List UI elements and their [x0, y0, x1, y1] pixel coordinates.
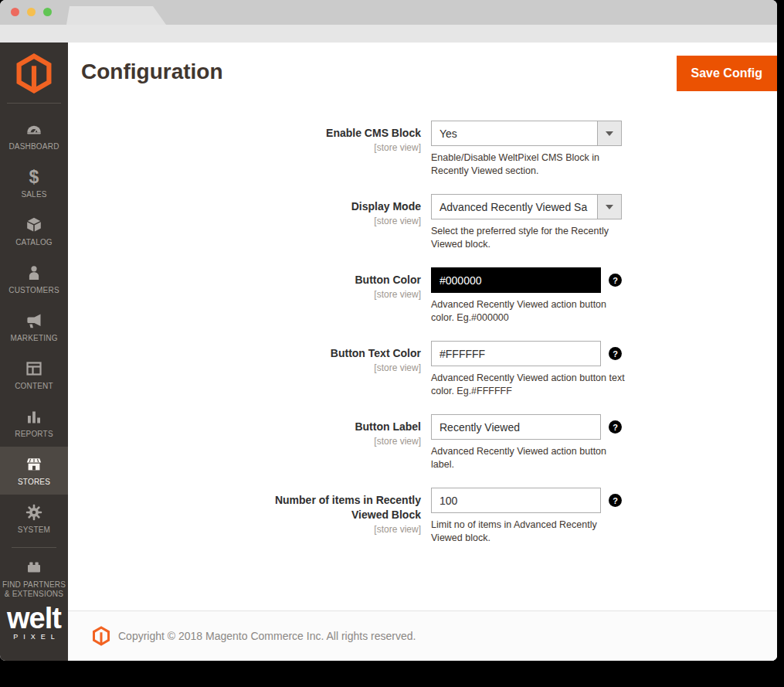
window-controls: [11, 8, 52, 16]
field-scope: [store view]: [68, 436, 421, 447]
browser-window: DASHBOARD $ SALES CATALOG: [0, 0, 777, 661]
magento-logo[interactable]: [0, 43, 68, 94]
field-label: Enable CMS Block: [326, 126, 421, 141]
sales-icon: $: [29, 168, 39, 186]
display-mode-select[interactable]: Advanced Recently Viewed Sa: [431, 194, 622, 219]
field-scope: [store view]: [68, 524, 421, 535]
field-note: Advanced Recently Viewed action button l…: [431, 445, 629, 471]
catalog-icon: [25, 216, 43, 234]
button-color-input[interactable]: [431, 267, 601, 293]
marketing-icon: [25, 311, 43, 330]
sidebar-item-reports[interactable]: REPORTS: [0, 399, 68, 447]
chevron-down-icon: [597, 121, 621, 145]
field-button-color: Button Color [store view] ? Advanced Rec…: [68, 267, 777, 324]
system-icon: [25, 503, 43, 522]
sidebar-item-marketing[interactable]: MARKETING: [0, 303, 68, 351]
copyright-text: Copyright © 2018 Magento Commerce Inc. A…: [118, 630, 416, 642]
help-icon[interactable]: ?: [609, 494, 622, 507]
sidebar-item-catalog[interactable]: CATALOG: [0, 207, 68, 255]
field-button-text-color: Button Text Color [store view] ? Advance…: [68, 341, 777, 397]
chevron-down-icon: [597, 195, 621, 219]
sidebar-item-content[interactable]: CONTENT: [0, 351, 68, 399]
content-icon: [25, 359, 43, 378]
magento-footer-icon: [93, 626, 110, 646]
customers-icon: [25, 264, 43, 282]
sidebar-item-label: CONTENT: [15, 382, 53, 391]
sidebar-item-stores[interactable]: STORES: [0, 447, 68, 495]
field-display-mode: Display Mode [store view] Advanced Recen…: [68, 194, 777, 250]
field-label: Button Text Color: [331, 346, 421, 361]
main-content: Configuration Save Config Enable CMS Blo…: [68, 43, 777, 661]
browser-tab[interactable]: [66, 6, 166, 25]
sidebar-divider: [12, 547, 56, 548]
field-note: Select the preferred style for the Recen…: [431, 225, 629, 250]
field-label: Button Color: [355, 273, 421, 287]
select-value: Yes: [432, 121, 597, 145]
admin-footer: Copyright © 2018 Magento Commerce Inc. A…: [68, 610, 777, 661]
select-value: Advanced Recently Viewed Sa: [432, 195, 597, 219]
field-scope: [store view]: [68, 289, 421, 300]
sidebar-item-label: FIND PARTNERS & EXTENSIONS: [2, 580, 66, 599]
help-icon[interactable]: ?: [609, 274, 622, 287]
field-enable-cms-block: Enable CMS Block [store view] Yes Enable…: [68, 121, 777, 177]
field-note: Limit no of items in Advanced Recently V…: [431, 519, 629, 544]
sidebar-item-label: CATALOG: [15, 238, 53, 247]
sidebar-item-customers[interactable]: CUSTOMERS: [0, 255, 68, 303]
field-scope: [store view]: [68, 216, 421, 226]
admin-sidebar: DASHBOARD $ SALES CATALOG: [0, 43, 68, 661]
reports-icon: [25, 407, 43, 426]
sidebar-item-system[interactable]: SYSTEM: [0, 495, 68, 542]
sidebar-item-dashboard[interactable]: DASHBOARD: [0, 111, 68, 159]
sidebar-item-find-partners[interactable]: FIND PARTNERS & EXTENSIONS: [0, 553, 68, 604]
field-label: Button Label: [355, 420, 421, 434]
stores-icon: [25, 455, 43, 474]
enable-cms-block-select[interactable]: Yes: [431, 121, 622, 146]
config-form: Enable CMS Block [store view] Yes Enable…: [68, 100, 777, 610]
close-window-button[interactable]: [11, 8, 19, 16]
partners-extensions-icon: [25, 558, 43, 576]
maximize-window-button[interactable]: [43, 8, 52, 16]
button-text-color-input[interactable]: [431, 341, 601, 366]
button-label-input[interactable]: [431, 414, 601, 440]
sidebar-item-label: MARKETING: [10, 334, 57, 343]
field-label: Display Mode: [351, 199, 421, 214]
browser-titlebar: [0, 0, 777, 25]
sidebar-item-label: SALES: [21, 190, 46, 199]
help-icon[interactable]: ?: [609, 347, 622, 360]
page-title: Configuration: [81, 60, 223, 84]
field-button-label: Button Label [store view] ? Advanced Rec…: [68, 414, 777, 471]
save-config-button[interactable]: Save Config: [677, 56, 777, 91]
items-count-input[interactable]: [431, 488, 601, 513]
minimize-window-button[interactable]: [27, 8, 36, 16]
sidebar-item-label: STORES: [18, 478, 50, 487]
field-scope: [store view]: [68, 362, 421, 373]
field-items-count: Number of items in Recently Viewed Block…: [68, 488, 777, 544]
sidebar-item-label: REPORTS: [15, 430, 53, 439]
sidebar-divider: [7, 103, 61, 104]
sidebar-item-sales[interactable]: $ SALES: [0, 159, 68, 207]
sidebar-item-label: SYSTEM: [18, 525, 50, 535]
page-header: Configuration Save Config: [68, 43, 777, 100]
field-note: Enable/Disable WeltPixel CMS Block in Re…: [431, 151, 629, 177]
help-icon[interactable]: ?: [609, 420, 622, 434]
field-label: Number of items in Recently Viewed Block: [263, 493, 421, 522]
field-scope: [store view]: [68, 142, 421, 153]
field-note: Advanced Recently Viewed action button c…: [431, 298, 629, 324]
browser-toolbar: [0, 25, 777, 43]
sidebar-item-label: CUSTOMERS: [8, 286, 59, 295]
weltpixel-logo[interactable]: welt PIXEL: [0, 604, 68, 641]
sidebar-item-label: DASHBOARD: [8, 142, 59, 151]
field-note: Advanced Recently Viewed action button t…: [431, 372, 629, 397]
dashboard-icon: [25, 120, 43, 138]
